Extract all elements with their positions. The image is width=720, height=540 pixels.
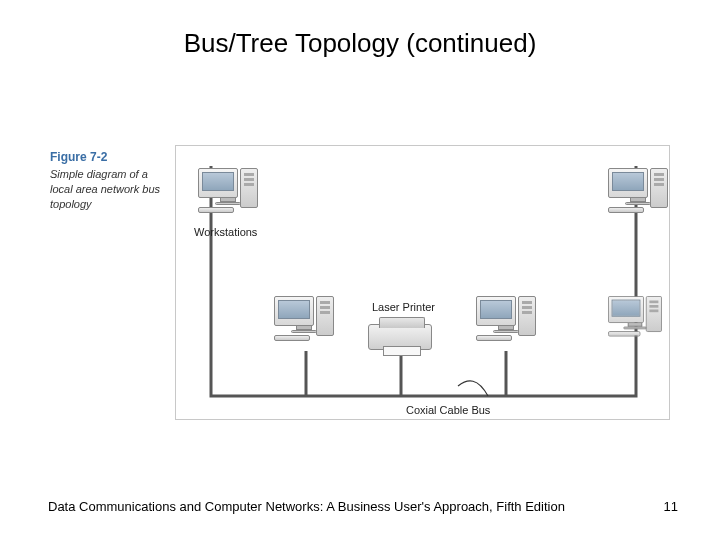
keyboard-icon bbox=[198, 207, 234, 213]
keyboard-icon bbox=[274, 335, 310, 341]
workstation-icon bbox=[608, 168, 668, 213]
monitor-icon bbox=[198, 168, 238, 198]
monitor-icon bbox=[274, 296, 314, 326]
keyboard-icon bbox=[608, 207, 644, 213]
figure-caption: Simple diagram of a local area network b… bbox=[50, 167, 165, 212]
workstation-icon bbox=[274, 296, 334, 341]
callout-line bbox=[458, 381, 488, 396]
monitor-icon bbox=[608, 168, 648, 198]
keyboard-icon bbox=[608, 331, 640, 336]
footer-citation: Data Communications and Computer Network… bbox=[48, 499, 565, 514]
tower-icon bbox=[316, 296, 334, 336]
workstation-icon bbox=[198, 168, 258, 213]
tower-icon bbox=[646, 296, 662, 332]
monitor-icon bbox=[608, 296, 644, 323]
workstation-icon bbox=[608, 296, 662, 337]
workstations-label: Workstations bbox=[194, 226, 257, 238]
figure-number: Figure 7-2 bbox=[50, 150, 165, 164]
monitor-icon bbox=[476, 296, 516, 326]
slide-title: Bus/Tree Topology (continued) bbox=[0, 28, 720, 59]
tower-icon bbox=[240, 168, 258, 208]
laser-printer-label: Laser Printer bbox=[372, 301, 435, 313]
page-number: 11 bbox=[664, 499, 678, 514]
coaxial-cable-bus-label: Coxial Cable Bus bbox=[406, 404, 490, 416]
printer-icon bbox=[368, 324, 438, 350]
tower-icon bbox=[518, 296, 536, 336]
coaxial-bus-line bbox=[211, 166, 636, 396]
keyboard-icon bbox=[476, 335, 512, 341]
workstation-icon bbox=[476, 296, 536, 341]
topology-diagram: Workstations Laser Printer Coxial Cable … bbox=[175, 145, 670, 420]
tower-icon bbox=[650, 168, 668, 208]
figure-label-block: Figure 7-2 Simple diagram of a local are… bbox=[50, 150, 165, 212]
